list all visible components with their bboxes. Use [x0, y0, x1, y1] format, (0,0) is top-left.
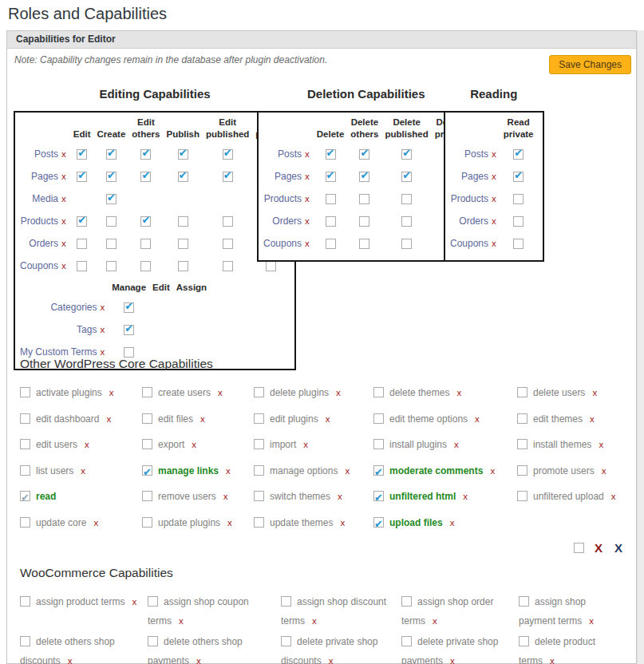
capability-checkbox[interactable] [223, 261, 233, 271]
capability-checkbox[interactable] [106, 149, 117, 160]
remove-row-x[interactable]: x [100, 347, 105, 357]
capability-checkbox[interactable] [401, 596, 412, 607]
remove-row-x[interactable]: x [492, 216, 496, 226]
remove-capability-x[interactable]: x [218, 388, 223, 397]
remove-row-x[interactable]: x [305, 239, 310, 248]
save-changes-button[interactable]: Save Changes [549, 55, 631, 74]
capability-checkbox[interactable] [140, 172, 151, 182]
remove-capability-x[interactable]: x [475, 414, 480, 424]
capability-checkbox[interactable] [77, 216, 87, 227]
remove-capability-x[interactable]: x [454, 440, 459, 449]
capability-checkbox[interactable] [519, 596, 529, 607]
capability-checkbox[interactable] [359, 149, 369, 160]
remove-row-x[interactable]: x [61, 172, 66, 181]
capability-checkbox[interactable] [254, 413, 264, 424]
remove-capability-x[interactable]: x [303, 440, 308, 449]
capability-checkbox[interactable] [513, 172, 523, 182]
capability-checkbox[interactable] [359, 239, 369, 249]
capability-checkbox[interactable] [106, 239, 117, 249]
remove-capability-x[interactable]: x [490, 466, 495, 476]
remove-capability-x[interactable]: x [456, 388, 461, 397]
capability-checkbox[interactable] [326, 216, 336, 227]
capability-checkbox[interactable] [142, 413, 152, 424]
capability-checkbox[interactable] [20, 413, 30, 424]
remove-capability-x[interactable]: x [338, 492, 342, 501]
remove-capability-x[interactable]: x [345, 466, 350, 476]
remove-capability-x[interactable]: x [450, 656, 455, 664]
capability-checkbox[interactable] [401, 172, 412, 182]
capability-checkbox[interactable] [178, 149, 188, 160]
remove-row-x[interactable]: x [61, 194, 66, 204]
delete-x-red[interactable]: X [595, 541, 603, 555]
capability-checkbox[interactable] [254, 387, 264, 397]
capability-checkbox[interactable] [106, 194, 117, 204]
capability-checkbox[interactable] [513, 239, 523, 249]
remove-capability-x[interactable]: x [106, 414, 111, 424]
capability-checkbox[interactable] [359, 194, 369, 204]
capability-checkbox[interactable] [77, 172, 87, 182]
capability-checkbox[interactable] [77, 149, 87, 160]
remove-row-x[interactable]: x [305, 216, 310, 226]
remove-row-x[interactable]: x [492, 149, 496, 159]
capability-checkbox[interactable] [223, 239, 233, 249]
capability-checkbox[interactable] [281, 636, 291, 646]
remove-capability-x[interactable]: x [132, 597, 136, 607]
capability-checkbox[interactable] [574, 543, 584, 553]
capability-checkbox[interactable] [517, 491, 527, 501]
remove-capability-x[interactable]: x [602, 466, 606, 476]
remove-capability-x[interactable]: x [450, 518, 455, 528]
capability-checkbox[interactable] [140, 261, 151, 271]
remove-capability-x[interactable]: x [179, 616, 184, 626]
capability-checkbox[interactable] [142, 439, 152, 449]
remove-row-x[interactable]: x [305, 172, 310, 181]
capability-checkbox[interactable] [359, 172, 369, 182]
remove-row-x[interactable]: x [100, 302, 105, 312]
capability-checkbox[interactable] [373, 387, 384, 397]
capability-checkbox[interactable] [148, 596, 158, 607]
capability-checkbox[interactable] [124, 325, 134, 335]
capability-checkbox[interactable] [223, 216, 233, 227]
capability-checkbox[interactable] [254, 439, 264, 449]
capability-checkbox[interactable] [373, 517, 384, 528]
capability-checkbox[interactable] [106, 172, 117, 182]
capability-checkbox[interactable] [401, 239, 412, 249]
remove-row-x[interactable]: x [61, 239, 66, 248]
remove-row-x[interactable]: x [492, 172, 496, 181]
remove-capability-x[interactable]: x [227, 518, 232, 528]
remove-capability-x[interactable]: x [109, 388, 114, 397]
capability-checkbox[interactable] [178, 172, 188, 182]
capability-checkbox[interactable] [178, 216, 188, 227]
capability-checkbox[interactable] [517, 413, 527, 424]
capability-checkbox[interactable] [77, 239, 87, 249]
remove-row-x[interactable]: x [305, 194, 310, 204]
capability-checkbox[interactable] [359, 216, 369, 227]
remove-capability-x[interactable]: x [590, 414, 595, 424]
capability-checkbox[interactable] [326, 194, 336, 204]
capability-checkbox[interactable] [77, 261, 87, 271]
remove-capability-x[interactable]: x [200, 414, 205, 424]
remove-capability-x[interactable]: x [340, 518, 345, 528]
capability-checkbox[interactable] [517, 439, 527, 449]
remove-capability-x[interactable]: x [463, 492, 468, 501]
remove-capability-x[interactable]: x [611, 492, 616, 501]
remove-capability-x[interactable]: x [226, 466, 231, 476]
capability-checkbox[interactable] [20, 387, 30, 397]
capability-checkbox[interactable] [140, 239, 151, 249]
capability-checkbox[interactable] [223, 149, 233, 160]
capability-checkbox[interactable] [148, 636, 158, 646]
capability-checkbox[interactable] [142, 517, 152, 528]
capability-checkbox[interactable] [519, 636, 529, 646]
capability-checkbox[interactable] [373, 491, 384, 501]
remove-capability-x[interactable]: x [336, 388, 341, 397]
remove-capability-x[interactable]: x [329, 656, 334, 664]
capability-checkbox[interactable] [20, 517, 30, 528]
remove-row-x[interactable]: x [61, 261, 66, 271]
capability-checkbox[interactable] [513, 149, 523, 160]
remove-row-x[interactable]: x [492, 239, 496, 248]
capability-checkbox[interactable] [20, 439, 30, 449]
capability-checkbox[interactable] [517, 387, 527, 397]
remove-capability-x[interactable]: x [192, 440, 196, 449]
capability-checkbox[interactable] [254, 491, 264, 501]
capability-checkbox[interactable] [20, 596, 30, 607]
scrollbar-track[interactable] [637, 30, 644, 664]
